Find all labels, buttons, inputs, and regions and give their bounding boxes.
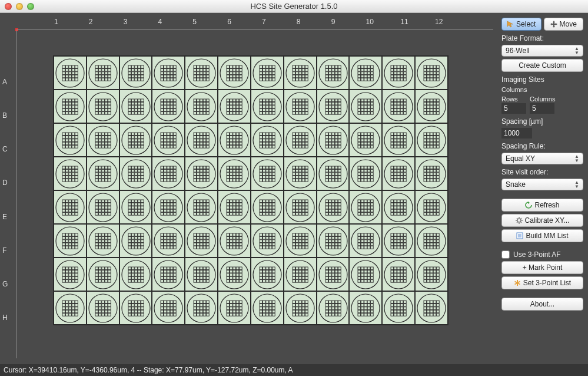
well[interactable]	[415, 190, 448, 224]
well[interactable]	[54, 258, 87, 291]
well[interactable]	[382, 123, 415, 157]
well[interactable]	[218, 291, 251, 325]
well[interactable]	[119, 157, 152, 190]
well[interactable]	[152, 123, 185, 157]
well[interactable]	[251, 258, 284, 291]
cols-input[interactable]	[530, 103, 554, 114]
well[interactable]	[119, 258, 152, 291]
well[interactable]	[284, 224, 317, 258]
well[interactable]	[284, 123, 317, 157]
well[interactable]	[54, 190, 87, 224]
well[interactable]	[251, 90, 284, 123]
well[interactable]	[185, 190, 218, 224]
well[interactable]	[185, 123, 218, 157]
well[interactable]	[119, 123, 152, 157]
well[interactable]	[317, 224, 350, 258]
move-button[interactable]: Move	[544, 18, 584, 31]
well[interactable]	[185, 224, 218, 258]
well[interactable]	[317, 90, 350, 123]
well[interactable]	[152, 157, 185, 190]
well[interactable]	[251, 157, 284, 190]
well[interactable]	[251, 190, 284, 224]
well[interactable]	[382, 157, 415, 190]
well[interactable]	[87, 190, 119, 224]
well[interactable]	[317, 157, 350, 190]
well[interactable]	[415, 56, 448, 90]
refresh-button[interactable]: Refresh	[501, 199, 583, 212]
well[interactable]	[349, 56, 382, 90]
well[interactable]	[317, 123, 350, 157]
well[interactable]	[185, 90, 218, 123]
well[interactable]	[415, 291, 448, 325]
well[interactable]	[317, 56, 350, 90]
well[interactable]	[415, 224, 448, 258]
well[interactable]	[415, 157, 448, 190]
well[interactable]	[87, 157, 119, 190]
well[interactable]	[54, 90, 87, 123]
well[interactable]	[415, 90, 448, 123]
well[interactable]	[119, 291, 152, 325]
well[interactable]	[87, 56, 119, 90]
well[interactable]	[251, 291, 284, 325]
well[interactable]	[284, 190, 317, 224]
well[interactable]	[382, 56, 415, 90]
plate-format-select[interactable]: 96-Well ▲▼	[501, 45, 583, 57]
well[interactable]	[382, 90, 415, 123]
well[interactable]	[185, 258, 218, 291]
well[interactable]	[415, 123, 448, 157]
well[interactable]	[284, 258, 317, 291]
well[interactable]	[152, 56, 185, 90]
well[interactable]	[87, 258, 119, 291]
create-custom-button[interactable]: Create Custom	[501, 59, 583, 72]
well[interactable]	[119, 90, 152, 123]
set-3point-button[interactable]: Set 3-Point List	[501, 276, 583, 289]
well[interactable]	[54, 56, 87, 90]
about-button[interactable]: About...	[501, 298, 583, 311]
well[interactable]	[218, 123, 251, 157]
well[interactable]	[218, 90, 251, 123]
spacing-rule-select[interactable]: Equal XY ▲▼	[501, 153, 583, 164]
well[interactable]	[54, 291, 87, 325]
well[interactable]	[218, 190, 251, 224]
well[interactable]	[119, 224, 152, 258]
well[interactable]	[349, 157, 382, 190]
well[interactable]	[382, 291, 415, 325]
plate-canvas[interactable]: 123456789101112 ABCDEFGH	[0, 13, 501, 364]
well[interactable]	[284, 291, 317, 325]
well[interactable]	[87, 291, 119, 325]
calibrate-button[interactable]: Calibrate XY...	[501, 214, 583, 227]
well[interactable]	[349, 291, 382, 325]
well[interactable]	[152, 291, 185, 325]
well[interactable]	[185, 157, 218, 190]
close-icon[interactable]	[5, 3, 12, 10]
visit-order-select[interactable]: Snake ▲▼	[501, 179, 583, 190]
well[interactable]	[218, 258, 251, 291]
well[interactable]	[152, 90, 185, 123]
well[interactable]	[54, 123, 87, 157]
well[interactable]	[349, 258, 382, 291]
well[interactable]	[349, 123, 382, 157]
well[interactable]	[251, 123, 284, 157]
well[interactable]	[251, 56, 284, 90]
well[interactable]	[251, 224, 284, 258]
well[interactable]	[152, 258, 185, 291]
well[interactable]	[382, 258, 415, 291]
well[interactable]	[382, 224, 415, 258]
well[interactable]	[218, 224, 251, 258]
well[interactable]	[284, 157, 317, 190]
well[interactable]	[349, 90, 382, 123]
well[interactable]	[119, 190, 152, 224]
well[interactable]	[349, 190, 382, 224]
well[interactable]	[218, 56, 251, 90]
rows-input[interactable]	[501, 103, 526, 114]
well[interactable]	[284, 90, 317, 123]
well[interactable]	[152, 224, 185, 258]
well[interactable]	[185, 291, 218, 325]
zoom-icon[interactable]	[27, 3, 34, 10]
use-3point-checkbox[interactable]: Use 3-Point AF	[501, 250, 583, 259]
well[interactable]	[54, 224, 87, 258]
well[interactable]	[218, 157, 251, 190]
select-button[interactable]: Select	[501, 18, 542, 31]
build-mm-button[interactable]: Build MM List	[501, 229, 583, 242]
well[interactable]	[54, 157, 87, 190]
